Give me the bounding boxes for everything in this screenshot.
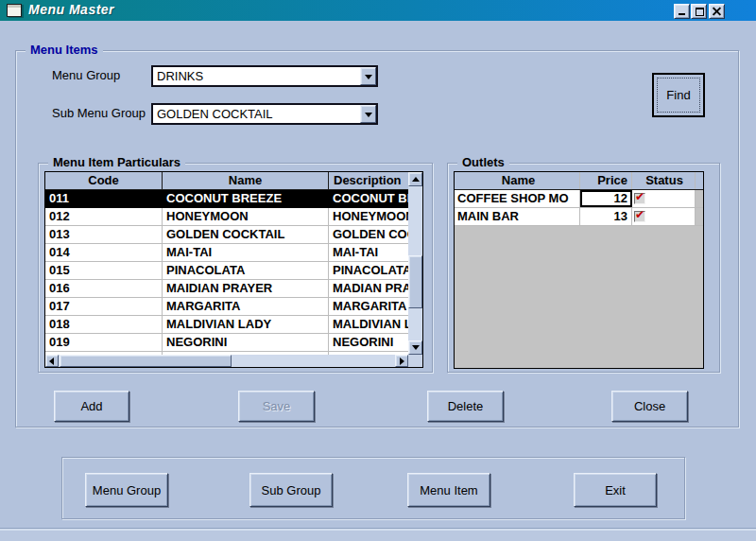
menu-item-row[interactable]: 013GOLDEN COCKTAILGOLDEN COCKTAIL — [45, 226, 408, 244]
sub-group-nav-button[interactable]: Sub Group — [249, 473, 333, 507]
cell-code[interactable]: 019 — [45, 334, 163, 351]
scroll-up-button[interactable] — [408, 172, 422, 186]
cell-name[interactable]: MAI-TAI — [163, 244, 329, 261]
window-bottom-border — [0, 528, 756, 541]
cell-description[interactable]: HONEYMOON — [329, 208, 408, 225]
minimize-button[interactable] — [674, 4, 690, 19]
cell-code[interactable]: 012 — [45, 208, 163, 225]
form-icon — [7, 4, 22, 17]
column-header-outlet-name[interactable]: Name — [455, 172, 580, 189]
horizontal-scroll-thumb[interactable] — [60, 355, 232, 367]
menu-master-window: Menu Master Menu Items Menu Group DRINKS… — [0, 0, 756, 541]
cell-price[interactable]: 12 — [580, 190, 632, 207]
cell-name[interactable]: GOLDEN COCKTAIL — [163, 226, 329, 243]
menu-group-value: DRINKS — [157, 67, 203, 85]
cell-description[interactable]: MADIAN PRAYER — [329, 280, 408, 297]
cell-name[interactable]: MARGARITA — [163, 298, 329, 315]
menu-item-grid[interactable]: Code Name Description 011COCONUT BREEZEC… — [44, 171, 423, 368]
chevron-down-icon — [365, 113, 372, 117]
cell-price[interactable]: 13 — [580, 208, 632, 225]
sub-menu-group-dropdown-button[interactable] — [360, 105, 376, 123]
restore-button[interactable] — [691, 4, 707, 19]
down-arrow-icon — [412, 345, 420, 350]
save-button[interactable]: Save — [238, 391, 315, 422]
menu-group-nav-button[interactable]: Menu Group — [85, 473, 168, 507]
up-arrow-icon — [412, 177, 420, 182]
cell-name[interactable]: MAIDIAN PRAYER — [163, 280, 329, 297]
close-form-button[interactable]: Close — [611, 391, 688, 422]
cell-code[interactable]: 017 — [45, 298, 163, 315]
cell-code[interactable]: 014 — [45, 244, 163, 261]
cell-description[interactable]: COCONUT BREEZE — [329, 190, 408, 207]
vertical-scroll-thumb[interactable] — [408, 255, 422, 308]
chevron-down-icon — [365, 75, 372, 79]
menu-item-row[interactable]: 016MAIDIAN PRAYERMADIAN PRAYER — [45, 280, 408, 298]
cell-description[interactable]: MALDIVIAN LADY — [329, 316, 408, 333]
column-header-filler — [696, 172, 703, 189]
cell-code[interactable]: 011 — [45, 190, 163, 207]
column-header-price[interactable]: Price — [580, 172, 632, 189]
menu-item-row[interactable]: 019NEGORININEGORINI — [45, 334, 408, 352]
close-button[interactable] — [709, 4, 725, 19]
cell-description[interactable]: MAI-TAI — [329, 244, 408, 261]
menu-item-row[interactable]: 012HONEYMOONHONEYMOON — [45, 208, 408, 226]
outlet-rows: COFFEE SHOP MO12✔MAIN BAR13✔ — [455, 190, 703, 226]
column-header-description[interactable]: Description — [329, 172, 408, 189]
column-header-code[interactable]: Code — [45, 172, 163, 189]
cell-name[interactable]: COCONUT BREEZE — [163, 190, 329, 207]
cell-filler[interactable] — [696, 190, 703, 207]
exit-button[interactable]: Exit — [574, 473, 657, 507]
menu-item-row[interactable]: 011COCONUT BREEZECOCONUT BREEZE — [45, 190, 408, 208]
status-checkbox[interactable]: ✔ — [634, 193, 645, 204]
cell-description[interactable]: MARGARITA — [329, 298, 408, 315]
cell-description[interactable]: NEGORINI — [329, 334, 408, 351]
column-header-name[interactable]: Name — [163, 172, 329, 189]
close-icon — [710, 5, 724, 18]
cell-name[interactable]: HONEYMOON — [163, 208, 329, 225]
column-header-status[interactable]: Status — [632, 172, 696, 189]
checkmark-icon: ✔ — [635, 190, 644, 203]
menu-item-grid-body: Code Name Description 011COCONUT BREEZEC… — [45, 172, 408, 367]
sub-menu-group-value: GOLDEN COCKTAIL — [157, 105, 273, 123]
menu-item-row[interactable]: 014MAI-TAIMAI-TAI — [45, 244, 408, 262]
find-button[interactable]: Find — [652, 73, 705, 117]
cell-filler[interactable] — [696, 208, 703, 225]
menu-group-combobox[interactable]: DRINKS — [151, 65, 378, 87]
cell-code[interactable]: 013 — [45, 226, 163, 243]
delete-button[interactable]: Delete — [427, 391, 504, 422]
menu-item-nav-label: Menu Item — [420, 483, 477, 497]
cell-code[interactable]: 018 — [45, 316, 163, 333]
outlet-row[interactable]: COFFEE SHOP MO12✔ — [455, 190, 703, 208]
menu-item-row[interactable]: 017MARGARITAMARGARITA — [45, 298, 408, 316]
outlets-grid[interactable]: Name Price Status COFFEE SHOP MO12✔MAIN … — [454, 171, 704, 369]
vertical-scrollbar[interactable] — [408, 172, 422, 355]
horizontal-scrollbar[interactable] — [45, 355, 408, 367]
cell-outlet-name[interactable]: COFFEE SHOP MO — [455, 190, 580, 207]
scroll-down-button[interactable] — [408, 340, 422, 355]
scroll-right-button[interactable] — [395, 355, 408, 367]
menu-item-rows: 011COCONUT BREEZECOCONUT BREEZE012HONEYM… — [45, 190, 408, 355]
sub-menu-group-combobox[interactable]: GOLDEN COCKTAIL — [151, 103, 378, 125]
menu-group-dropdown-button[interactable] — [360, 67, 376, 85]
outlets-grid-header: Name Price Status — [455, 172, 703, 190]
cell-outlet-name[interactable]: MAIN BAR — [455, 208, 580, 225]
cell-name[interactable]: PINACOLATA — [163, 262, 329, 279]
cell-description[interactable]: PINACOLATA — [329, 262, 408, 279]
cell-status[interactable]: ✔ — [632, 190, 696, 207]
cell-code[interactable]: 015 — [45, 262, 163, 279]
status-checkbox[interactable]: ✔ — [634, 211, 645, 222]
menu-item-nav-button[interactable]: Menu Item — [407, 473, 490, 507]
menu-item-row[interactable]: 018MALDIVIAN LADYMALDIVIAN LADY — [45, 316, 408, 334]
add-button[interactable]: Add — [54, 391, 129, 422]
cell-name[interactable]: NEGORINI — [163, 334, 329, 351]
restore-icon — [696, 8, 704, 16]
cell-code[interactable]: 016 — [45, 280, 163, 297]
menu-item-row[interactable]: 015PINACOLATAPINACOLATA — [45, 262, 408, 280]
cell-status[interactable]: ✔ — [632, 208, 696, 225]
scroll-left-button[interactable] — [45, 355, 59, 367]
menu-group-nav-label: Menu Group — [93, 483, 161, 497]
title-bar[interactable]: Menu Master — [0, 0, 756, 21]
outlet-row[interactable]: MAIN BAR13✔ — [455, 208, 703, 226]
cell-name[interactable]: MALDIVIAN LADY — [163, 316, 329, 333]
cell-description[interactable]: GOLDEN COCKTAIL — [329, 226, 408, 243]
